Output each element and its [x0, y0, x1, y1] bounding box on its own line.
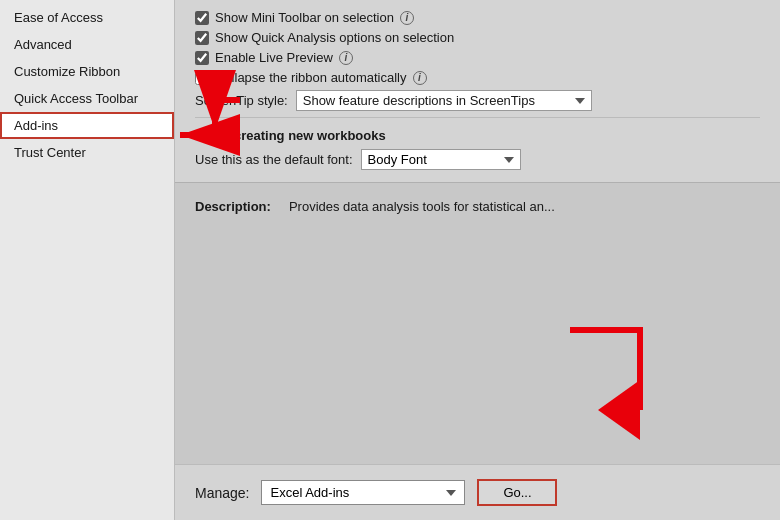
mini-toolbar-row: Show Mini Toolbar on selection i	[195, 10, 760, 25]
sidebar: Ease of Access Advanced Customize Ribbon…	[0, 0, 175, 520]
live-preview-info-icon: i	[339, 51, 353, 65]
sidebar-item-quick-access-toolbar[interactable]: Quick Access Toolbar	[0, 85, 174, 112]
section-divider	[195, 117, 760, 118]
manage-dropdown[interactable]: Excel Add-ins COM Add-ins Actions XML Ex…	[261, 480, 465, 505]
screentip-style-dropdown[interactable]: Show feature descriptions in ScreenTips …	[296, 90, 592, 111]
quick-analysis-checkbox[interactable]	[195, 31, 209, 45]
screentip-row: ScreenTip style: Show feature descriptio…	[195, 90, 760, 111]
go-button[interactable]: Go...	[477, 479, 557, 506]
mini-toolbar-checkbox-wrapper: Show Mini Toolbar on selection i	[195, 10, 414, 25]
collapse-ribbon-row: Collapse the ribbon automatically i	[195, 70, 760, 85]
quick-analysis-row: Show Quick Analysis options on selection	[195, 30, 760, 45]
collapse-ribbon-checkbox[interactable]	[195, 71, 209, 85]
workbook-section-title: When creating new workbooks	[195, 128, 760, 143]
sidebar-label: Trust Center	[14, 145, 86, 160]
description-section: Description: Provides data analysis tool…	[175, 182, 780, 464]
collapse-ribbon-info-icon: i	[413, 71, 427, 85]
mini-toolbar-checkbox[interactable]	[195, 11, 209, 25]
sidebar-label: Customize Ribbon	[14, 64, 120, 79]
sidebar-item-trust-center[interactable]: Trust Center	[0, 139, 174, 166]
sidebar-label: Add-ins	[14, 118, 58, 133]
sidebar-label: Advanced	[14, 37, 72, 52]
sidebar-label: Quick Access Toolbar	[14, 91, 138, 106]
sidebar-item-ease-of-access[interactable]: Ease of Access	[0, 4, 174, 31]
description-paragraph: Description: Provides data analysis tool…	[195, 199, 760, 214]
quick-analysis-checkbox-wrapper: Show Quick Analysis options on selection	[195, 30, 454, 45]
sidebar-item-customize-ribbon[interactable]: Customize Ribbon	[0, 58, 174, 85]
mini-toolbar-label: Show Mini Toolbar on selection	[215, 10, 394, 25]
options-section: Show Mini Toolbar on selection i Show Qu…	[175, 0, 780, 182]
quick-analysis-label: Show Quick Analysis options on selection	[215, 30, 454, 45]
live-preview-checkbox[interactable]	[195, 51, 209, 65]
manage-label: Manage:	[195, 485, 249, 501]
collapse-ribbon-label: Collapse the ribbon automatically	[215, 70, 407, 85]
font-label: Use this as the default font:	[195, 152, 353, 167]
screentip-style-label: ScreenTip style:	[195, 93, 288, 108]
sidebar-item-advanced[interactable]: Advanced	[0, 31, 174, 58]
sidebar-label: Ease of Access	[14, 10, 103, 25]
collapse-ribbon-checkbox-wrapper: Collapse the ribbon automatically i	[195, 70, 427, 85]
live-preview-checkbox-wrapper: Enable Live Preview i	[195, 50, 353, 65]
description-value: Provides data analysis tools for statist…	[289, 199, 555, 214]
live-preview-row: Enable Live Preview i	[195, 50, 760, 65]
live-preview-label: Enable Live Preview	[215, 50, 333, 65]
content-area: Show Mini Toolbar on selection i Show Qu…	[175, 0, 780, 520]
manage-section: Manage: Excel Add-ins COM Add-ins Action…	[175, 464, 780, 520]
font-dropdown[interactable]: Body Font Calibri Arial	[361, 149, 521, 170]
sidebar-item-add-ins[interactable]: Add-ins	[0, 112, 174, 139]
workbook-section: When creating new workbooks Use this as …	[195, 124, 760, 170]
description-label: Description:	[195, 199, 271, 214]
mini-toolbar-info-icon: i	[400, 11, 414, 25]
font-row: Use this as the default font: Body Font …	[195, 149, 760, 170]
